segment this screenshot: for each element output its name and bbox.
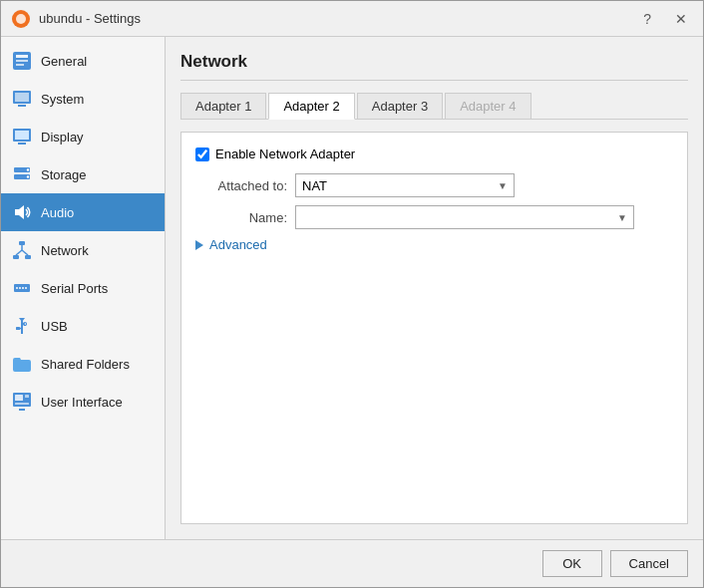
sidebar-item-label-storage: Storage: [41, 167, 87, 182]
sidebar-item-label-system: System: [41, 92, 84, 107]
attached-to-label: Attached to:: [195, 178, 295, 193]
sidebar-item-storage[interactable]: Storage: [1, 155, 165, 193]
network-icon: [11, 239, 33, 261]
attached-to-value: NAT: [302, 178, 327, 193]
svg-rect-10: [15, 131, 29, 140]
tab-adapter4[interactable]: Adapter 4: [445, 93, 530, 119]
svg-rect-3: [16, 55, 28, 58]
name-control: ▼: [295, 205, 634, 229]
attached-to-arrow-icon: ▼: [498, 180, 508, 191]
svg-rect-36: [15, 403, 29, 405]
svg-marker-16: [15, 205, 24, 219]
name-label: Name:: [195, 210, 295, 225]
attached-to-control: NAT ▼: [295, 173, 515, 197]
svg-point-26: [22, 287, 24, 289]
advanced-arrow-icon: [195, 240, 203, 250]
attached-to-row: Attached to: NAT ▼: [195, 173, 673, 197]
app-icon: [11, 9, 31, 29]
tab-adapter3[interactable]: Adapter 3: [357, 93, 443, 119]
usb-icon: [11, 315, 33, 337]
settings-window: ubundu - Settings ? ✕ General: [0, 0, 704, 588]
sidebar-item-label-user-interface: User Interface: [41, 395, 123, 410]
titlebar-buttons: ? ✕: [637, 9, 693, 29]
sidebar-item-label-shared-folders: Shared Folders: [41, 357, 130, 372]
titlebar-left: ubundu - Settings: [11, 9, 141, 29]
sidebar-item-label-display: Display: [41, 130, 84, 145]
storage-icon: [11, 163, 33, 185]
enable-adapter-checkbox[interactable]: [195, 147, 209, 161]
cancel-button[interactable]: Cancel: [610, 550, 688, 577]
sidebar-item-user-interface[interactable]: User Interface: [1, 383, 165, 421]
sidebar-item-label-network: Network: [41, 243, 89, 258]
tab-adapter2[interactable]: Adapter 2: [268, 93, 354, 120]
user-interface-icon: [11, 391, 33, 413]
svg-rect-17: [19, 241, 25, 245]
sidebar-item-general[interactable]: General: [1, 42, 165, 80]
audio-icon: [11, 201, 33, 223]
panel-title: Network: [180, 52, 688, 81]
sidebar: General System: [1, 37, 166, 539]
svg-rect-8: [18, 105, 26, 107]
enable-adapter-row: Enable Network Adapter: [195, 147, 673, 161]
svg-rect-18: [13, 255, 19, 259]
svg-rect-4: [16, 60, 28, 62]
close-button[interactable]: ✕: [669, 9, 693, 29]
display-icon: [11, 126, 33, 147]
svg-rect-38: [19, 409, 25, 411]
tab-adapter1[interactable]: Adapter 1: [180, 93, 266, 119]
svg-point-25: [19, 287, 21, 289]
svg-point-24: [16, 287, 18, 289]
shared-folder-icon: [11, 353, 33, 375]
content-area: General System: [1, 37, 703, 539]
svg-line-22: [22, 250, 28, 255]
svg-rect-11: [18, 143, 26, 145]
sidebar-item-system[interactable]: System: [1, 80, 165, 118]
name-input-field[interactable]: ▼: [295, 205, 634, 229]
enable-adapter-label: Enable Network Adapter: [215, 147, 355, 161]
main-panel: Network Adapter 1 Adapter 2 Adapter 3 Ad…: [166, 37, 703, 539]
serial-icon: [11, 277, 33, 299]
sidebar-item-label-serial-ports: Serial Ports: [41, 281, 108, 296]
sidebar-item-label-general: General: [41, 54, 87, 69]
tab-content: Enable Network Adapter Attached to: NAT …: [180, 132, 688, 524]
sidebar-item-network[interactable]: Network: [1, 231, 165, 269]
svg-point-1: [16, 14, 26, 24]
help-button[interactable]: ?: [637, 9, 657, 29]
attached-to-select[interactable]: NAT ▼: [295, 173, 515, 197]
name-dropdown-icon: ▼: [617, 212, 627, 223]
ok-button[interactable]: OK: [542, 550, 602, 577]
svg-point-14: [27, 168, 29, 170]
titlebar: ubundu - Settings ? ✕: [1, 1, 703, 37]
system-icon: [11, 88, 33, 110]
name-row: Name: ▼: [195, 205, 673, 229]
sidebar-item-shared-folders[interactable]: Shared Folders: [1, 345, 165, 383]
svg-rect-19: [25, 255, 31, 259]
sidebar-item-serial-ports[interactable]: Serial Ports: [1, 269, 165, 307]
svg-rect-30: [16, 327, 20, 330]
general-icon: [11, 50, 33, 72]
adapter-tabs: Adapter 1 Adapter 2 Adapter 3 Adapter 4: [180, 93, 688, 120]
sidebar-item-usb[interactable]: USB: [1, 307, 165, 345]
svg-point-15: [27, 175, 29, 177]
advanced-label: Advanced: [209, 237, 267, 252]
svg-marker-29: [19, 318, 25, 322]
svg-rect-35: [15, 395, 23, 401]
footer: OK Cancel: [1, 539, 703, 587]
sidebar-item-label-audio: Audio: [41, 205, 74, 220]
svg-rect-7: [15, 93, 29, 102]
sidebar-item-label-usb: USB: [41, 319, 68, 334]
sidebar-item-audio[interactable]: Audio: [1, 193, 165, 231]
svg-rect-5: [16, 64, 24, 66]
sidebar-item-display[interactable]: Display: [1, 118, 165, 155]
window-title: ubundu - Settings: [39, 11, 141, 26]
advanced-toggle[interactable]: Advanced: [195, 237, 673, 252]
svg-point-27: [25, 287, 27, 289]
svg-line-21: [16, 250, 22, 255]
svg-rect-37: [25, 395, 29, 398]
